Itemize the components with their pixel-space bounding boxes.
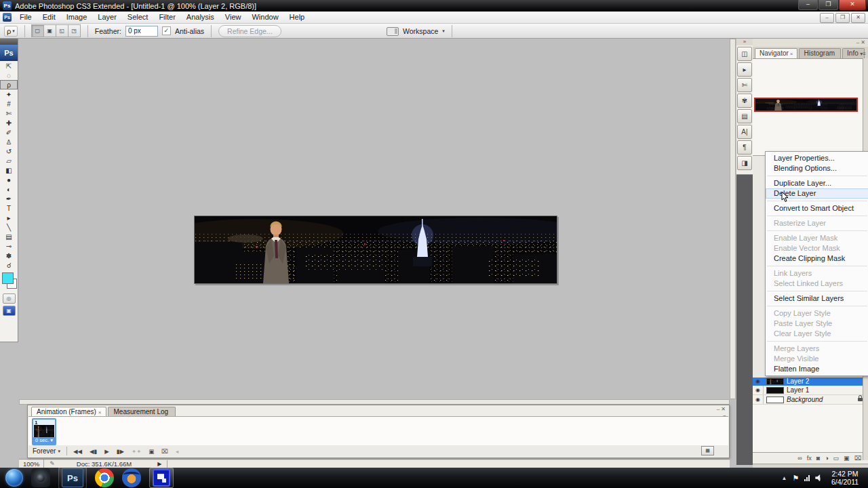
document-minimize-button[interactable]: – (820, 13, 834, 23)
frame-delay-selector[interactable]: 0 sec. ▾ (33, 437, 55, 444)
layer-row-layer1[interactable]: ◉ Layer 1 (753, 386, 868, 395)
document-close-button[interactable]: ✕ (851, 13, 865, 23)
layer-thumbnail[interactable] (766, 378, 784, 385)
anti-alias-checkbox[interactable]: ✓ (162, 26, 171, 35)
close-icon[interactable]: × (790, 51, 793, 57)
layer-row-background[interactable]: ◉ Background (753, 395, 868, 405)
animation-panel-controls[interactable]: ‒ ✕ (717, 406, 726, 412)
workspace-label[interactable]: Workspace (403, 27, 438, 35)
crop-tool[interactable]: # (0, 99, 18, 108)
menu-item-duplicate-layer[interactable]: Duplicate Layer... (766, 178, 868, 188)
dock-layer-comps-button[interactable]: ◨ (737, 156, 752, 170)
lasso-tool[interactable]: ρ (0, 80, 18, 89)
new-selection-button[interactable]: ▢ (31, 24, 44, 37)
window-maximize-button[interactable]: ❐ (818, 0, 838, 10)
document-restore-button[interactable]: ❐ (835, 13, 850, 23)
layer-row-layer2[interactable]: ◉ Layer 2 (753, 378, 868, 386)
menu-item-layer-properties[interactable]: Layer Properties... (766, 153, 868, 163)
subtract-from-selection-button[interactable]: ◱ (56, 24, 68, 37)
panel-menu-icon[interactable]: ▾≡ (860, 51, 866, 57)
active-tool-preview[interactable]: ρ ▾ (4, 26, 18, 37)
link-layers-icon[interactable]: ∞ (797, 455, 802, 462)
taskbar-photoshop-button[interactable]: Ps (58, 467, 87, 488)
status-arrow-icon[interactable]: ▶ (157, 461, 161, 467)
add-to-selection-button[interactable]: ▣ (43, 24, 56, 37)
dodge-tool[interactable]: ◐ (0, 184, 18, 194)
dock-swatches-button[interactable]: ▤ (737, 109, 752, 123)
layer-name[interactable]: Layer 2 (787, 378, 868, 385)
foreground-color-swatch[interactable] (2, 272, 14, 284)
menu-analysis[interactable]: Analysis (181, 12, 220, 23)
zoom-tool[interactable]: ☌ (0, 260, 18, 270)
first-frame-button[interactable]: ◀◀ (73, 448, 82, 455)
dock-actions-button[interactable]: ▸ (737, 62, 752, 77)
menu-layer[interactable]: Layer (92, 12, 122, 23)
menu-file[interactable]: File (14, 12, 37, 23)
menu-item-convert-to-smart-object[interactable]: Convert to Smart Object (766, 203, 868, 214)
layer-name[interactable]: Layer 1 (787, 386, 868, 394)
pen-tool[interactable]: ✒ (0, 194, 18, 203)
tab-histogram[interactable]: Histogram (799, 48, 841, 58)
path-selection-tool[interactable]: ▸ (0, 213, 18, 222)
previous-frame-button[interactable]: ◀▮ (90, 448, 97, 455)
notes-tool[interactable]: ▤ (0, 232, 18, 241)
dock-paragraph-button[interactable]: ¶ (737, 140, 752, 155)
delete-frame-button[interactable]: ⌧ (161, 448, 168, 455)
layer-thumbnail[interactable] (766, 396, 784, 403)
taskbar-chrome-icon[interactable] (95, 468, 114, 487)
toolbox-grip[interactable] (0, 39, 18, 45)
menu-filter[interactable]: Filter (153, 12, 180, 23)
move-tool[interactable]: ⇱ (0, 61, 18, 70)
window-minimize-button[interactable]: – (798, 0, 818, 10)
dock-brushes-button[interactable]: ◫ (737, 47, 752, 61)
quick-selection-tool[interactable]: ✦ (0, 89, 18, 99)
brush-tool[interactable]: ✐ (0, 127, 18, 137)
panel-window-controls[interactable]: – ✕ (753, 39, 868, 47)
action-center-flag-icon[interactable]: ⚑ (792, 474, 799, 483)
chevron-down-icon[interactable]: ▾ (442, 28, 445, 34)
menu-item-flatten-image[interactable]: Flatten Image (766, 364, 868, 374)
menu-window[interactable]: Window (246, 12, 283, 23)
gradient-tool[interactable]: ◧ (0, 165, 18, 175)
network-signal-icon[interactable] (804, 474, 810, 481)
canvas-horizontal-scrollbar[interactable] (19, 399, 730, 405)
tab-navigator[interactable]: Navigator× (755, 48, 797, 58)
layer-visibility-eye-icon[interactable]: ◉ (753, 378, 764, 385)
slice-tool[interactable]: ✄ (0, 108, 18, 118)
menu-item-blending-options[interactable]: Blending Options... (766, 163, 868, 174)
quick-mask-button[interactable]: ◎ (3, 293, 16, 304)
scroll-left-button[interactable]: ◂ (176, 448, 178, 455)
window-close-button[interactable]: ✕ (839, 0, 866, 10)
intersect-selection-button[interactable]: ◳ (68, 24, 81, 37)
layer-name[interactable]: Background (787, 396, 855, 403)
layer-visibility-eye-icon[interactable]: ◉ (753, 395, 764, 404)
zoom-level-field[interactable]: 100% (19, 460, 44, 468)
loop-selector[interactable]: Forever ▾ (33, 447, 60, 455)
tab-measurement-log[interactable]: Measurement Log (108, 407, 176, 417)
volume-icon[interactable]: ) (815, 474, 821, 481)
dock-character-button[interactable]: A| (737, 125, 752, 139)
play-button[interactable]: ▶ (104, 448, 109, 455)
dock-tool-presets-button[interactable]: ✄ (737, 78, 752, 92)
taskbar-hypercam-button[interactable] (149, 468, 174, 488)
clone-stamp-tool[interactable]: ♙ (0, 137, 18, 146)
duplicate-frame-button[interactable]: ▣ (149, 448, 154, 455)
screen-mode-button[interactable]: ▣ (3, 306, 16, 316)
layer-style-icon[interactable]: fx (807, 455, 812, 462)
new-layer-icon[interactable]: ▣ (844, 455, 850, 462)
taskbar-clock[interactable]: 2:42 PM 6/4/2011 (826, 470, 864, 486)
menu-item-select-similar-layers[interactable]: Select Similar Layers (766, 293, 868, 304)
dock-collapse-button[interactable]: » (736, 39, 753, 45)
convert-to-timeline-button[interactable]: ▦ (701, 446, 714, 455)
eraser-tool[interactable]: ▱ (0, 156, 18, 165)
layer-thumbnail[interactable] (766, 387, 784, 394)
blur-tool[interactable]: ● (0, 175, 18, 184)
healing-brush-tool[interactable]: ✚ (0, 118, 18, 127)
dock-styles-button[interactable]: ✾ (737, 94, 752, 108)
layer-visibility-eye-icon[interactable]: ◉ (753, 386, 764, 394)
canvas-vertical-scrollbar[interactable] (730, 39, 736, 399)
type-tool[interactable]: T (0, 203, 18, 213)
close-icon[interactable]: × (98, 409, 102, 415)
menu-edit[interactable]: Edit (37, 12, 61, 23)
new-group-icon[interactable]: ▭ (833, 455, 840, 462)
